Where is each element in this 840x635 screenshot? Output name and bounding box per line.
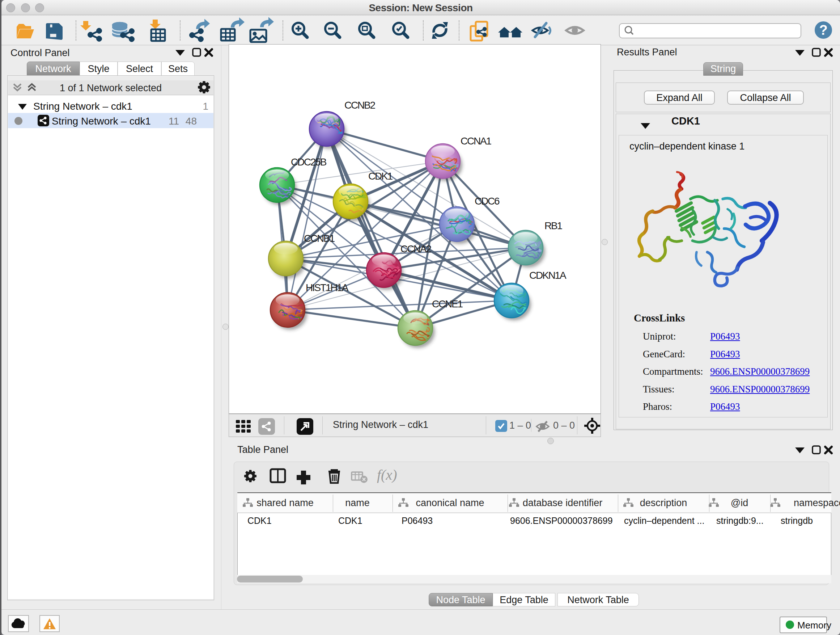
- svg-text:CDKN1A: CDKN1A: [529, 270, 567, 281]
- svg-text:CCNA1: CCNA1: [461, 135, 492, 147]
- svg-text:CCNB1: CCNB1: [304, 233, 335, 244]
- svg-text:RB1: RB1: [545, 220, 562, 231]
- svg-text:CDK1: CDK1: [368, 171, 393, 182]
- svg-text:?: ?: [819, 22, 827, 38]
- svg-text:HIST1H1A: HIST1H1A: [306, 282, 349, 293]
- svg-text:CDC25B: CDC25B: [291, 157, 327, 168]
- svg-text:CCNA2: CCNA2: [401, 243, 431, 255]
- svg-text:CDC6: CDC6: [475, 195, 500, 207]
- svg-text:CCNB2: CCNB2: [344, 100, 376, 111]
- svg-text:CCNE1: CCNE1: [432, 298, 463, 310]
